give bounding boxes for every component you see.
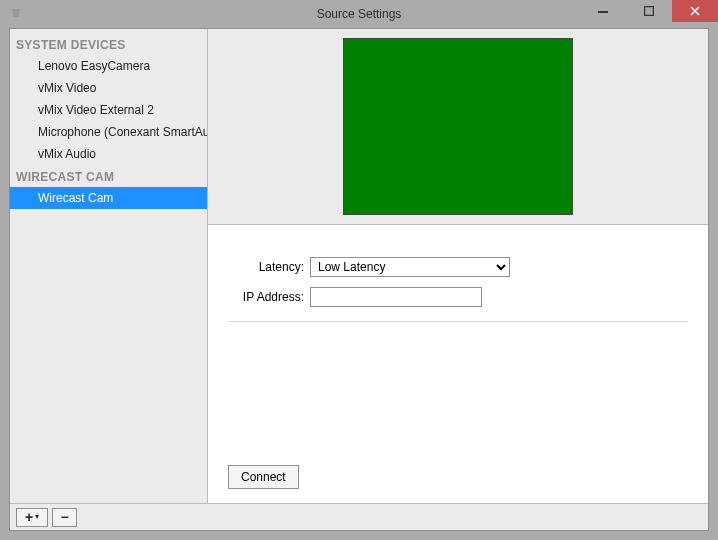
minimize-icon [598, 6, 608, 16]
svg-rect-1 [645, 7, 654, 16]
preview-area [208, 29, 708, 225]
device-item[interactable]: Microphone (Conexant SmartAudio [10, 121, 207, 143]
svg-rect-0 [598, 11, 608, 13]
sidebar-section-header: WIRECAST CAM [10, 165, 207, 187]
dropdown-caret-icon: ▾ [35, 513, 39, 521]
window-controls [580, 0, 718, 22]
window-body: SYSTEM DEVICES Lenovo EasyCamera vMix Vi… [10, 29, 708, 503]
latency-select[interactable]: Low Latency [310, 257, 510, 277]
app-icon [6, 4, 26, 24]
sidebar-section-header: SYSTEM DEVICES [10, 33, 207, 55]
form-area: Latency: Low Latency IP Address: Connect [208, 225, 708, 503]
ip-row: IP Address: [228, 287, 688, 307]
ip-input[interactable] [310, 287, 482, 307]
plus-icon: + [25, 510, 33, 524]
connect-button[interactable]: Connect [228, 465, 299, 489]
device-item[interactable]: vMix Audio [10, 143, 207, 165]
latency-label: Latency: [228, 260, 304, 274]
device-item[interactable]: vMix Video External 2 [10, 99, 207, 121]
main-panel: Latency: Low Latency IP Address: Connect [208, 29, 708, 503]
latency-row: Latency: Low Latency [228, 257, 688, 277]
ip-label: IP Address: [228, 290, 304, 304]
minus-icon: − [60, 510, 68, 524]
close-icon [690, 6, 700, 16]
bottom-buttons: Connect [228, 465, 688, 493]
sidebar: SYSTEM DEVICES Lenovo EasyCamera vMix Vi… [10, 29, 208, 503]
titlebar: Source Settings [0, 0, 718, 28]
window: SYSTEM DEVICES Lenovo EasyCamera vMix Vi… [9, 28, 709, 531]
close-button[interactable] [672, 0, 718, 22]
maximize-icon [644, 6, 654, 16]
maximize-button[interactable] [626, 0, 672, 22]
video-preview [343, 38, 573, 215]
minimize-button[interactable] [580, 0, 626, 22]
device-item-selected[interactable]: Wirecast Cam [10, 187, 207, 209]
add-source-button[interactable]: +▾ [16, 508, 48, 527]
device-item[interactable]: vMix Video [10, 77, 207, 99]
footer-toolbar: +▾ − [10, 503, 708, 530]
device-item[interactable]: Lenovo EasyCamera [10, 55, 207, 77]
remove-source-button[interactable]: − [52, 508, 77, 527]
divider [228, 321, 688, 322]
